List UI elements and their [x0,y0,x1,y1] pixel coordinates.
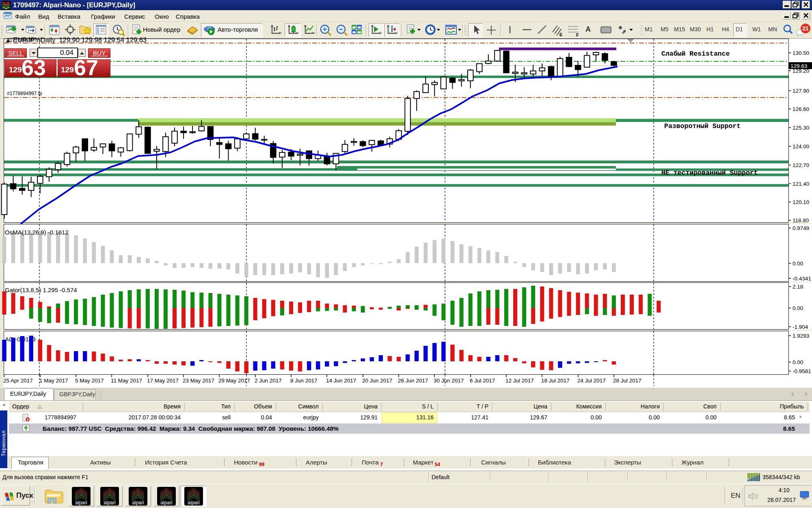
svg-text:129.63: 129.63 [790,63,807,69]
svg-text:126.60: 126.60 [793,106,809,112]
svg-text:#1778894997 tp: #1778894997 tp [7,91,42,96]
svg-text:5 May 2017: 5 May 2017 [75,378,104,384]
svg-text:1.9293: 1.9293 [793,333,809,339]
svg-text:alpari: alpari [132,500,144,506]
svg-text:23 May 2017: 23 May 2017 [183,378,214,384]
svg-text:OsMA(12,26,9) -0.1612: OsMA(12,26,9) -0.1612 [5,229,69,236]
svg-text:17 May 2017: 17 May 2017 [147,378,179,384]
svg-text:122.70: 122.70 [793,162,809,168]
svg-text:118.80: 118.80 [793,217,809,224]
svg-text:2 Jun 2017: 2 Jun 2017 [255,378,282,384]
svg-text:-0.4341: -0.4341 [793,276,811,282]
svg-text:0.00: 0.00 [793,359,803,365]
svg-text:Разворотный Support: Разворотный Support [664,122,741,130]
svg-text:Gator(13,8,5) 1.295 -0.574: Gator(13,8,5) 1.295 -0.574 [5,287,77,293]
svg-text:28 Jul 2017: 28 Jul 2017 [613,378,641,384]
svg-text:8 Jun 2017: 8 Jun 2017 [290,378,317,384]
svg-text:alpari: alpari [75,500,87,506]
svg-text:14 Jun 2017: 14 Jun 2017 [326,378,356,384]
svg-text:11 May 2017: 11 May 2017 [111,378,142,384]
svg-text:18 Jul 2017: 18 Jul 2017 [541,378,570,384]
svg-text:0.00: 0.00 [793,305,803,311]
svg-text:30 Jun 2017: 30 Jun 2017 [434,378,464,384]
svg-text:121.40: 121.40 [793,181,809,187]
svg-text:20 Jun 2017: 20 Jun 2017 [362,378,392,384]
svg-text:120.10: 120.10 [793,199,809,205]
svg-text:0.00: 0.00 [793,261,803,267]
svg-text:EURJPY,Daily 129.90 129.98 12: EURJPY,Daily 129.90 129.98 129.54 129.63 [13,36,147,43]
svg-text:130.50: 130.50 [793,50,809,56]
svg-text:НЕ тестированный Support: НЕ тестированный Support [661,169,758,177]
svg-text:6 Jul 2017: 6 Jul 2017 [470,378,495,384]
svg-text:-1.904: -1.904 [793,324,808,330]
svg-text:0.9749: 0.9749 [793,225,809,231]
svg-text:alpari: alpari [104,500,115,506]
svg-text:124.00: 124.00 [793,143,809,150]
svg-text:2.18: 2.18 [793,284,803,290]
svg-text:25 Apr 2017: 25 Apr 2017 [3,378,33,384]
svg-text:alpari: alpari [188,500,199,506]
svg-text:alpari: alpari [160,500,172,506]
svg-text:24 Jul 2017: 24 Jul 2017 [577,378,606,384]
svg-text:29 May 2017: 29 May 2017 [218,378,250,384]
svg-text:127.90: 127.90 [793,88,809,94]
svg-text:1 May 2017: 1 May 2017 [39,378,68,384]
svg-text:-0.9581: -0.9581 [793,368,811,374]
svg-text:26 Jun 2017: 26 Jun 2017 [398,378,428,384]
svg-text:125.30: 125.30 [793,125,809,131]
svg-text:Слабый Resistance: Слабый Resistance [661,50,730,58]
svg-text:12 Jul 2017: 12 Jul 2017 [505,378,534,384]
